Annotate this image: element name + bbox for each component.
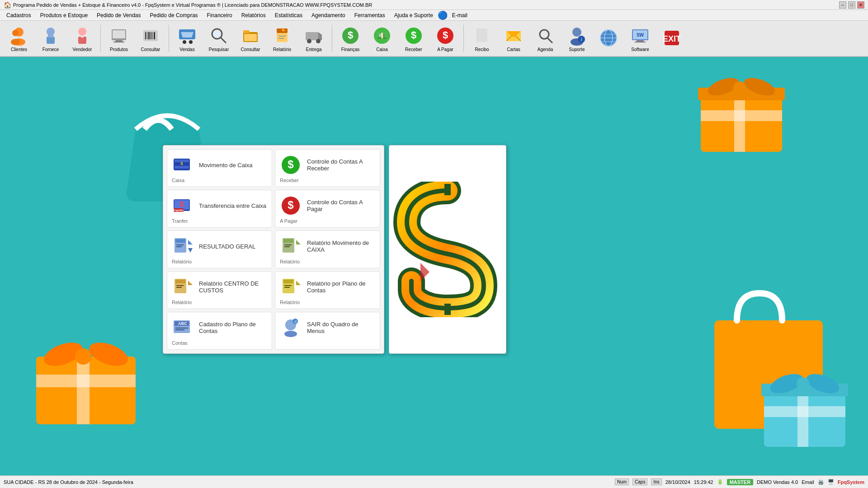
toolbar-caixa[interactable]: 💵 Caixa [367, 22, 397, 55]
toolbar-vendedor[interactable]: Vendedor [67, 22, 98, 55]
relatorio-centro-custos-icon [171, 275, 194, 299]
toolbar-a-pagar[interactable]: $ A Pagar [430, 22, 461, 55]
btn-movimento-caixa[interactable]: $ Movimento de Caixa Caixa [167, 149, 272, 187]
agenda-label: Agenda [538, 47, 553, 52]
menu-ferramentas[interactable]: Ferramentas [350, 10, 390, 20]
monitor-icon: 🖥️ [828, 479, 834, 485]
svg-rect-118 [176, 285, 184, 286]
btn-relatorio-centro-custos[interactable]: Relatório CENTRO DE CUSTOS Relatório [167, 271, 272, 309]
toolbar-globe[interactable] [593, 22, 624, 55]
toolbar-receber[interactable]: $ Receber [398, 22, 429, 55]
menu-relatorios[interactable]: Relatórios [237, 10, 270, 20]
svg-rect-67 [635, 42, 646, 42]
btn-transferencia-caixa[interactable]: $ Tranfer. Transferencia entre Caixa Tra… [167, 190, 272, 228]
agenda-icon [535, 25, 556, 46]
toolbar-consultar2[interactable]: Consultar [235, 22, 266, 55]
svg-rect-18 [152, 32, 153, 39]
menu-email[interactable]: E-mail [448, 10, 472, 20]
svg-text:$: $ [288, 199, 294, 211]
svg-rect-73 [77, 357, 90, 424]
toolbar-suporte[interactable]: i Suporte [561, 22, 592, 55]
controle-pagar-text: Controle do Contas A Pagar [307, 199, 376, 212]
svg-text:i: i [581, 37, 582, 42]
cartas-label: Cartas [507, 47, 520, 52]
svg-rect-31 [278, 36, 286, 37]
consultar2-label: Consultar [241, 47, 260, 52]
menu-pedido-compras[interactable]: Pedido de Compras [146, 10, 203, 20]
toolbar-fornece[interactable]: Fornece [35, 22, 66, 55]
svg-rect-66 [637, 40, 644, 42]
cadastro-plano-text: Cadastro do Plano de Contas [199, 321, 268, 334]
btn-relatorio-movimento[interactable]: Relatório Movimento de CAIXA Relatório [275, 230, 380, 268]
svg-rect-33 [306, 32, 318, 40]
email-status: Email [802, 479, 814, 485]
cadastro-plano-sublabel: Contas [171, 340, 188, 346]
relatorio-centro-sublabel: Relatório [171, 300, 192, 305]
btn-sair[interactable]: ↺ SAIR do Quadro de Menus [275, 312, 380, 350]
vendas-icon [177, 25, 198, 46]
movimento-caixa-sublabel: Caixa [171, 178, 184, 183]
toolbar-agenda[interactable]: Agenda [530, 22, 561, 55]
close-button[interactable]: ✕ [857, 1, 864, 9]
svg-rect-117 [175, 280, 185, 283]
software-icon: SW [630, 25, 651, 46]
menu-estatisticas[interactable]: Estatísticas [270, 10, 307, 20]
toolbar: Clientes Fornece Vendedor [0, 21, 868, 57]
toolbar-produtos[interactable]: Produtos [104, 22, 134, 55]
relatorio-centro-text: Relatório CENTRO DE CUSTOS [199, 280, 268, 294]
toolbar-entrega[interactable]: Entrega [298, 22, 329, 55]
menu-cadastros[interactable]: Cadastros [2, 10, 36, 20]
toolbar-pesquisar[interactable]: Pesquisar [203, 22, 234, 55]
menu-produtos-estoque[interactable]: Produtos e Estoque [36, 10, 92, 20]
svg-point-7 [78, 28, 86, 36]
maximize-button[interactable]: □ [848, 1, 855, 9]
toolbar-consultar-barcode[interactable]: Consultar [135, 22, 166, 55]
menu-bar: Cadastros Produtos e Estoque Pedido de V… [0, 10, 868, 21]
svg-rect-10 [113, 30, 125, 38]
btn-controle-pagar[interactable]: $ Controle do Contas A Pagar A Pagar [275, 190, 380, 228]
btn-relatorio-plano-contas[interactable]: Relatório por Plano de Contas Relatório [275, 271, 380, 309]
btn-cadastro-plano[interactable]: ABC Cadastro do Plano de Contas Contas [167, 312, 272, 350]
toolbar-cartas[interactable]: Cartas [498, 22, 529, 55]
relatorio-plano-text: Relatório por Plano de Contas [307, 280, 376, 294]
toolbar-recibo[interactable]: Recibo [467, 22, 497, 55]
btn-controle-receber[interactable]: $ Controle do Contas A Receber Receber [275, 149, 380, 187]
controle-receber-text: Controle do Contas A Receber [307, 158, 376, 172]
toolbar-vendas[interactable]: Vendas [172, 22, 203, 55]
btn-resultado-geral[interactable]: RESULTADO GERAL Relatório [167, 230, 272, 268]
controle-pagar-sublabel: A Pagar [279, 218, 297, 224]
toolbar-clientes[interactable]: Clientes [4, 22, 34, 55]
svg-rect-17 [151, 32, 151, 39]
menu-pedido-vendas[interactable]: Pedido de Vendas [92, 10, 145, 20]
num-indicator: Num [615, 479, 629, 485]
menu-ajuda-suporte[interactable]: Ajuda e Suporte [390, 10, 438, 20]
svg-text:$: $ [180, 161, 183, 166]
svg-rect-12 [113, 42, 124, 42]
toolbar-software[interactable]: SW Software [625, 22, 656, 55]
minimize-button[interactable]: ─ [839, 1, 846, 9]
status-bar: SUA CIDADE - RS 28 de Outubro de 2024 - … [0, 475, 868, 488]
toolbar-financas[interactable]: $ Finanças [335, 22, 366, 55]
menu-agendamento[interactable]: Agendamento [307, 10, 350, 20]
svg-rect-107 [176, 244, 184, 245]
globe-icon [598, 28, 619, 48]
pesquisar-icon [208, 25, 229, 46]
relatorio-movimento-icon [279, 235, 302, 258]
svg-text:$: $ [180, 201, 184, 208]
ajuda-icon[interactable]: 🔵 [438, 10, 448, 20]
svg-rect-15 [147, 32, 147, 39]
svg-text:SW: SW [637, 33, 644, 38]
vendas-label: Vendas [179, 47, 194, 52]
svg-rect-5 [47, 37, 55, 44]
svg-rect-123 [284, 285, 292, 286]
svg-rect-32 [278, 38, 284, 39]
window-title: 🏠 Programa Pedido de Vendas + Estoque & … [4, 1, 372, 9]
toolbar-exit[interactable]: EXIT [656, 22, 687, 55]
city-date: SUA CIDADE - RS 28 de Outubro de 2024 - … [4, 479, 609, 485]
menu-financeiro[interactable]: Financeiro [203, 10, 237, 20]
svg-point-55 [572, 28, 581, 37]
entrega-icon [303, 25, 324, 46]
toolbar-relatorio[interactable]: Relatório [267, 22, 297, 55]
svg-text:Tranfer.: Tranfer. [173, 209, 184, 212]
relatorio-plano-icon [279, 275, 302, 299]
